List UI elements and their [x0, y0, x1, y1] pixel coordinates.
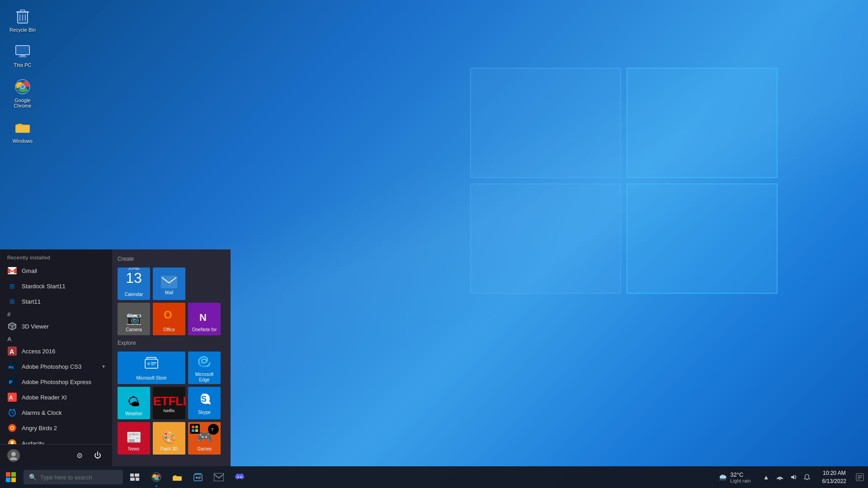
msstore-tile-icon: [143, 356, 160, 374]
clock-time: 10:20 AM: [823, 469, 846, 477]
taskbar-msstore[interactable]: [188, 466, 208, 488]
paint3d-tile[interactable]: 🎨 Paint 3D: [153, 422, 185, 455]
weather-temp: 32°C: [730, 471, 750, 478]
app-item-gmail[interactable]: Gmail: [0, 263, 112, 278]
app-item-photoshop-express[interactable]: P Adobe Photoshop Express: [0, 374, 112, 389]
weather-tile-label: Weather: [125, 411, 142, 417]
svg-rect-60: [192, 426, 194, 428]
games-tile-label: Games: [197, 446, 212, 452]
app-item-start11[interactable]: ⊞ Start11: [0, 294, 112, 309]
office-tile-label: Office: [163, 327, 175, 333]
msedge-tile[interactable]: Microsoft Edge: [188, 352, 221, 384]
user-avatar[interactable]: [7, 449, 20, 462]
onenote-tile[interactable]: N OneNote for: [188, 303, 221, 335]
desktop: Recycle Bin This PC: [0, 0, 868, 488]
news-tile[interactable]: 📰 News: [118, 422, 150, 455]
camera-tile[interactable]: 📷 Camera: [118, 303, 150, 335]
app-item-photoshop-cs3[interactable]: Ps Adobe Photoshop CS3 ▾: [0, 359, 112, 374]
svg-text:O: O: [164, 309, 172, 321]
explore-section-label: Explore: [118, 338, 225, 348]
photoshop-cs3-label: Adobe Photoshop CS3: [22, 363, 81, 370]
taskbar-mail[interactable]: [209, 466, 229, 488]
audacity-icon: [7, 438, 17, 444]
photoshop-cs3-icon: Ps: [7, 361, 17, 371]
start-button[interactable]: [0, 466, 22, 488]
notification-icon[interactable]: [801, 466, 813, 488]
svg-rect-71: [136, 478, 139, 481]
netflix-tile[interactable]: NETFLIX Netflix: [153, 387, 185, 419]
taskview-button[interactable]: [125, 466, 145, 488]
app-item-audacity[interactable]: Audacity: [0, 436, 112, 444]
access-label: Access 2016: [22, 348, 55, 355]
desktop-icon-chrome[interactable]: Google Chrome: [5, 75, 41, 111]
onenote-tile-label: OneNote for: [192, 327, 217, 333]
desktop-icon-windows[interactable]: Windows: [5, 116, 41, 146]
svg-rect-86: [858, 475, 862, 476]
app-item-reader[interactable]: A Adobe Reader XI: [0, 389, 112, 405]
svg-rect-8: [17, 47, 28, 54]
mail-tile[interactable]: Mail: [153, 267, 185, 300]
clock-date: 6/13/2022: [822, 477, 846, 485]
netflix-tile-label: Netflix: [163, 408, 175, 413]
create-row-2: 📷 Camera O Office: [118, 303, 225, 335]
app-item-alarms[interactable]: Alarms & Clock: [0, 405, 112, 420]
calendar-tile[interactable]: June 13 Calendar: [118, 267, 150, 300]
taskbar-chrome[interactable]: [146, 466, 166, 488]
app-item-angrybirds[interactable]: Angry Birds 2: [0, 420, 112, 436]
desktop-icons: Recycle Bin This PC: [5, 5, 41, 146]
start11-icon: ⊞: [7, 296, 17, 306]
svg-rect-61: [195, 426, 198, 428]
svg-rect-63: [195, 429, 198, 432]
start-menu-right: Create June 13 Calendar Mail: [112, 249, 231, 466]
svg-text:N: N: [199, 312, 207, 323]
taskbar-clock[interactable]: 10:20 AM 6/13/2022: [817, 466, 852, 488]
games-tile[interactable]: T 🎮 Games: [188, 422, 221, 455]
desktop-icon-recycle-bin[interactable]: Recycle Bin: [5, 5, 41, 35]
network-icon[interactable]: [774, 466, 786, 488]
svg-rect-66: [6, 478, 10, 482]
weather-taskbar-icon: 🌧: [718, 472, 727, 483]
taskbar-apps: [145, 466, 251, 488]
svg-rect-64: [6, 472, 10, 477]
taskbar-discord[interactable]: [230, 466, 250, 488]
calendar-tile-content: June 13: [120, 267, 147, 292]
app-item-3dviewer[interactable]: 3D Viewer: [0, 319, 112, 334]
power-button[interactable]: ⏻: [90, 448, 105, 463]
win-pane-top-left: [470, 68, 621, 178]
camera-tile-icon: 📷: [126, 310, 142, 325]
volume-icon[interactable]: [787, 466, 800, 488]
onenote-tile-icon: N: [198, 311, 211, 325]
start-bottom: ⚙ ⏻: [0, 444, 112, 466]
app-item-stardock[interactable]: ⊞ Stardock Start11: [0, 278, 112, 294]
systray-expand[interactable]: ▲: [760, 466, 773, 488]
app-item-access[interactable]: A Access 2016: [0, 343, 112, 359]
msstore-tile[interactable]: Microsoft Store: [118, 352, 185, 384]
alarms-icon: [7, 408, 17, 418]
win-pane-bot-left: [470, 183, 621, 294]
svg-rect-65: [11, 472, 16, 477]
svg-text:Ps: Ps: [9, 365, 14, 370]
weather-tile[interactable]: 🌤 Weather: [118, 387, 150, 419]
explore-row-2: 🌤 Weather NETFLIX Netflix S: [118, 387, 225, 419]
windows-folder-icon: [14, 118, 32, 136]
svg-rect-87: [858, 477, 862, 478]
start11-label: Start11: [22, 298, 41, 305]
svg-rect-78: [198, 477, 201, 478]
taskbar-explorer[interactable]: [167, 466, 187, 488]
desktop-icon-this-pc[interactable]: This PC: [5, 40, 41, 70]
angrybirds-label: Angry Birds 2: [22, 425, 57, 432]
office-tile[interactable]: O Office: [153, 303, 185, 335]
recycle-bin-icon: [14, 7, 32, 25]
svg-point-77: [196, 477, 198, 479]
settings-button[interactable]: ⚙: [72, 448, 87, 463]
skype-tile[interactable]: S Skype: [188, 387, 221, 419]
search-input[interactable]: [40, 474, 118, 481]
win-pane-bot-right: [627, 183, 778, 294]
taskbar-search[interactable]: 🔍: [24, 470, 123, 484]
photoshop-express-label: Adobe Photoshop Express: [22, 379, 91, 385]
section-hash: #: [0, 309, 112, 319]
start-menu: Recently installed Gmail ⊞: [0, 249, 231, 466]
notification-center-button[interactable]: [852, 466, 868, 488]
taskbar-weather[interactable]: 🌧 32°C Light rain: [713, 466, 756, 488]
svg-text:S: S: [201, 394, 207, 404]
